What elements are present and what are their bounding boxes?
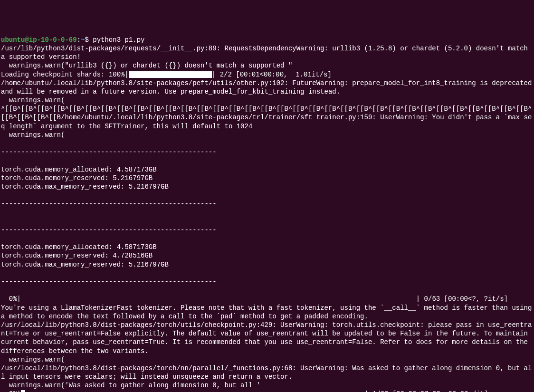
memory-stat: torch.cuda.max_memory_reserved: 5.216797… [1, 183, 169, 191]
output-line: warnings.warn('Was asked to gather along… [1, 382, 260, 389]
prompt-command [89, 36, 93, 44]
separator-line: ----------------------------------------… [1, 148, 217, 156]
command-text: python3 p1.py [93, 36, 144, 44]
memory-stat: torch.cuda.memory_allocated: 4.587173GB [1, 166, 157, 173]
output-line: You're using a LlamaTokenizerFast tokeni… [1, 304, 534, 320]
progress-percent: 2%| [1, 390, 21, 392]
output-line: warnings.warn("urllib3 ({}) or chardet (… [1, 62, 292, 69]
output-line: /usr/local/lib/python3.8/dist-packages/t… [1, 321, 532, 355]
output-line: /usr/lib/python3/dist-packages/requests/… [1, 45, 532, 61]
separator-line: ----------------------------------------… [1, 278, 217, 286]
progress-bar-empty [25, 390, 364, 392]
output-line: /usr/local/lib/python3.8/dist-packages/t… [1, 364, 532, 381]
output-line: warnings.warn( [1, 356, 65, 363]
progress-label: Loading checkpoint shards: 100%| [1, 71, 129, 78]
progress-stats: | 1/63 [00:26<27:33, 26.66s/it] [364, 390, 488, 392]
memory-stat: torch.cuda.memory_allocated: 4.587173GB [1, 243, 157, 251]
progress-stats: | 2/2 [00:01<00:00, 1.01it/s] [212, 71, 332, 78]
progress-bar-empty [21, 295, 416, 303]
prompt-separator: : [77, 36, 81, 44]
prompt-user: ubuntu@ip-10-0-0-69 [1, 36, 77, 44]
separator-line: ----------------------------------------… [1, 200, 217, 208]
output-line: ^[[B^[[B^[[B^[[B^[[B^[[B^[[B^[[B^[[B^[[B… [1, 105, 532, 130]
prompt-symbol: $ [85, 36, 88, 44]
separator-line: ----------------------------------------… [1, 226, 217, 234]
memory-stat: torch.cuda.memory_reserved: 5.216797GB [1, 174, 153, 182]
output-line: warnings.warn( [1, 131, 65, 139]
progress-bar-filled [129, 71, 212, 78]
progress-stats: | 0/63 [00:00<?, ?it/s] [416, 295, 508, 303]
terminal-output[interactable]: ubuntu@ip-10-0-0-69:~$ python3 p1.py /us… [1, 36, 533, 392]
progress-percent: 0%| [1, 295, 21, 303]
cursor-icon [21, 390, 25, 392]
memory-stat: torch.cuda.memory_reserved: 4.728516GB [1, 252, 153, 259]
memory-stat: torch.cuda.max_memory_reserved: 5.216797… [1, 261, 169, 268]
output-line: warnings.warn( [1, 96, 65, 104]
output-line: /home/ubuntu/.local/lib/python3.8/site-p… [1, 79, 534, 96]
